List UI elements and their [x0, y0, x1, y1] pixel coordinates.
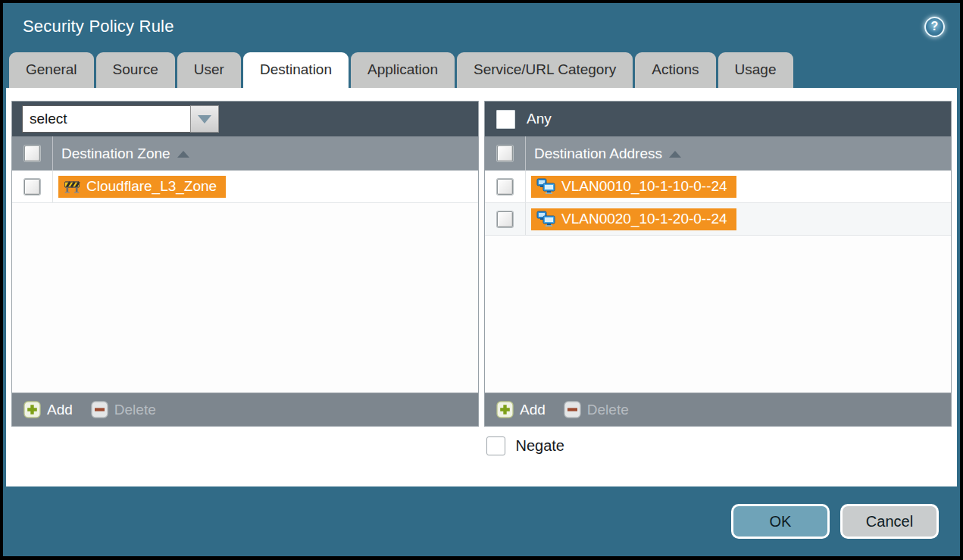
zone-select-all-cell [12, 136, 53, 171]
negate-row: Negate [11, 436, 952, 455]
address-select-all-cell [485, 136, 526, 171]
address-column-title: Destination Address [534, 145, 662, 162]
address-add-label: Add [520, 402, 546, 418]
any-checkbox[interactable] [496, 110, 515, 129]
chevron-down-icon [198, 115, 211, 124]
zone-row-checkbox[interactable] [24, 179, 40, 195]
zone-chip[interactable]: Cloudflare_L3_Zone [58, 176, 226, 198]
address-add-button[interactable]: Add [496, 401, 546, 418]
security-policy-rule-dialog: Security Policy Rule ? General Source Us… [3, 3, 960, 556]
destination-address-panel: Any Destination Address [484, 101, 952, 427]
tab-service-url-category[interactable]: Service/URL Category [457, 52, 633, 88]
sort-ascending-icon [177, 151, 189, 158]
zone-add-button[interactable]: Add [23, 401, 73, 418]
plus-icon [23, 401, 41, 418]
zone-column-header-label[interactable]: Destination Zone [53, 145, 189, 162]
zone-delete-label: Delete [114, 402, 156, 418]
address-panel-toolbar: Any [485, 102, 951, 136]
tab-source[interactable]: Source [96, 52, 175, 88]
zone-column-title: Destination Zone [61, 145, 170, 162]
address-row-checkbox[interactable] [497, 179, 513, 195]
cancel-button[interactable]: Cancel [840, 504, 939, 539]
zone-filter-value[interactable]: select [22, 105, 190, 133]
ok-button[interactable]: OK [731, 504, 830, 539]
address-name: VLAN0020_10-1-20-0--24 [561, 211, 727, 227]
zone-row-checkbox-cell [12, 171, 53, 202]
destination-zone-panel: select Destination Zone [11, 101, 479, 427]
zone-add-label: Add [47, 402, 73, 418]
address-column-header: Destination Address [485, 136, 951, 171]
any-label: Any [527, 111, 552, 127]
address-delete-label: Delete [587, 402, 629, 418]
tab-actions[interactable]: Actions [635, 52, 715, 88]
zone-list: Cloudflare_L3_Zone [12, 171, 478, 393]
zone-panel-footer: Add Delete [12, 393, 478, 426]
tab-destination[interactable]: Destination [243, 52, 349, 88]
address-icon [536, 211, 555, 227]
address-column-header-label[interactable]: Destination Address [526, 145, 681, 162]
tab-general[interactable]: General [9, 52, 94, 88]
tab-application[interactable]: Application [351, 52, 455, 88]
address-delete-button[interactable]: Delete [564, 401, 629, 418]
address-row-checkbox[interactable] [497, 211, 513, 227]
address-row[interactable]: VLAN0020_10-1-20-0--24 [485, 203, 951, 236]
address-panel-footer: Add Delete [485, 393, 951, 426]
dialog-title: Security Policy Rule [23, 17, 174, 36]
minus-icon [564, 401, 581, 418]
zone-name: Cloudflare_L3_Zone [86, 178, 217, 195]
zone-select-all-checkbox[interactable] [24, 145, 40, 161]
address-icon [536, 178, 555, 194]
zone-panel-toolbar: select [12, 102, 478, 136]
title-bar: Security Policy Rule ? [3, 3, 960, 50]
minus-icon [91, 401, 108, 418]
address-name: VLAN0010_10-1-10-0--24 [561, 178, 727, 195]
address-row-checkbox-cell [485, 171, 526, 202]
sort-ascending-icon [669, 151, 681, 158]
tab-user[interactable]: User [177, 52, 241, 88]
tab-bar: General Source User Destination Applicat… [3, 50, 960, 88]
negate-label: Negate [516, 437, 565, 455]
address-select-all-checkbox[interactable] [497, 145, 513, 161]
address-chip[interactable]: VLAN0020_10-1-20-0--24 [531, 208, 736, 230]
zone-column-header: Destination Zone [12, 136, 478, 171]
address-row-checkbox-cell [485, 203, 526, 235]
address-list: VLAN0010_10-1-10-0--24 [485, 171, 951, 393]
dialog-footer: OK Cancel [3, 486, 960, 556]
negate-checkbox[interactable] [486, 436, 505, 455]
address-row[interactable]: VLAN0010_10-1-10-0--24 [485, 171, 951, 203]
zone-delete-button[interactable]: Delete [91, 401, 156, 418]
plus-icon [496, 401, 514, 418]
zone-icon [64, 179, 80, 193]
zone-row[interactable]: Cloudflare_L3_Zone [12, 171, 478, 203]
help-icon[interactable]: ? [924, 17, 945, 37]
zone-filter-dropdown[interactable]: select [22, 105, 219, 133]
tab-usage[interactable]: Usage [718, 52, 793, 88]
zone-filter-dropdown-button[interactable] [190, 105, 219, 133]
destination-tab-content: select Destination Zone [6, 88, 957, 486]
address-chip[interactable]: VLAN0010_10-1-10-0--24 [531, 176, 736, 198]
negate-spacer [11, 436, 477, 455]
